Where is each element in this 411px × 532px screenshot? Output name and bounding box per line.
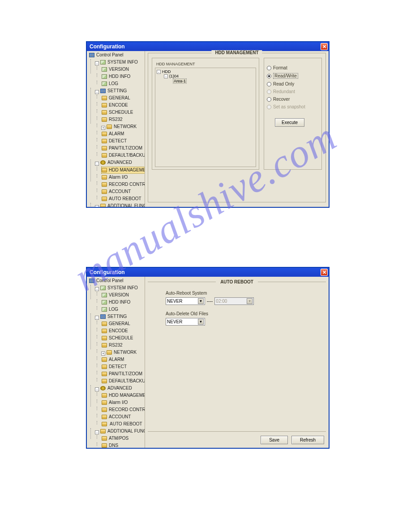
expander-icon[interactable]: + [101, 126, 105, 130]
execute-button[interactable]: Execute [275, 118, 304, 127]
tree-alarm[interactable]: ALARM [101, 356, 124, 363]
expander-icon[interactable]: - [95, 430, 99, 434]
dash-separator: ---- [207, 299, 213, 304]
radio-icon [267, 66, 271, 70]
tree-detect[interactable]: DETECT [101, 364, 127, 370]
hdd-disk[interactable]: (1)04 [169, 74, 179, 78]
expander-icon[interactable]: - [95, 162, 99, 166]
tree-network[interactable]: NETWORK [106, 349, 137, 356]
tree-version[interactable]: VERSION [101, 66, 129, 73]
folder-icon [100, 429, 106, 433]
save-button[interactable]: Save [261, 436, 288, 444]
folder-icon [102, 365, 107, 369]
tree-detect[interactable]: DETECT [101, 138, 127, 144]
tree-network[interactable]: NETWORK [106, 124, 137, 130]
tree-advanced[interactable]: ADVANCED [100, 385, 133, 391]
radio-snapshot: Set as snapshot [267, 104, 319, 109]
radio-recover[interactable]: Recover [267, 97, 319, 102]
tree-additional[interactable]: ADDTIONAL FUNCTION [100, 203, 145, 207]
tree-rs232[interactable]: RS232 [101, 342, 123, 348]
chevron-down-icon: ▼ [198, 298, 204, 304]
edit-icon [100, 60, 106, 64]
tree-dns[interactable]: DNS [101, 442, 119, 448]
tree-ptz[interactable]: PAN/TILT/ZOOM [101, 145, 143, 151]
tree-record-control[interactable]: RECORD CONTROL [101, 181, 145, 188]
expander-icon[interactable]: - [157, 70, 161, 74]
tree-additional[interactable]: ADDTIONAL FUNCTION [100, 428, 145, 434]
hdd-tree[interactable]: -HDD -(1)04 Area-1 [155, 68, 256, 167]
folder-icon [102, 139, 107, 143]
panel-title: AUTO REBOOT [216, 279, 258, 284]
tree-hdd-info[interactable]: HDD INFO [101, 299, 131, 305]
tree-advanced[interactable]: ADVANCED [100, 159, 133, 166]
tree-log[interactable]: LOG [101, 306, 119, 313]
tree-hdd-management[interactable]: HDD MANAGEMENT [101, 392, 145, 399]
tree-encode[interactable]: ENCODE [101, 102, 128, 108]
folder-icon [102, 393, 107, 398]
refresh-button[interactable]: Refresh [291, 436, 324, 444]
tree-account[interactable]: ACCOUNT [101, 189, 131, 195]
edit-icon [102, 82, 107, 86]
auto-delete-select[interactable]: NEVER ▼ [166, 318, 205, 326]
tree-default-backup[interactable]: DEFAULT/BACKUP [101, 378, 145, 384]
tree-general[interactable]: GENERAL [101, 95, 131, 101]
tree-default-backup[interactable]: DEFAULT/BACKUP [101, 152, 145, 159]
close-button[interactable]: ✕ [321, 43, 328, 50]
folder-icon [102, 153, 107, 158]
tree-alarm-io[interactable]: Alarm I/O [101, 399, 128, 406]
radio-format[interactable]: Format [267, 65, 319, 70]
tree-auto-reboot[interactable]: AUTO REBOOT [101, 421, 144, 427]
radio-icon [267, 105, 271, 109]
expander-icon[interactable]: - [95, 61, 99, 65]
hdd-area[interactable]: Area-1 [173, 78, 187, 84]
close-icon: ✕ [322, 44, 326, 50]
tree-hdd-info[interactable]: HDD INFO [101, 73, 131, 80]
tree-record-control[interactable]: RECORD CONTROL [101, 407, 145, 413]
gear-icon [100, 386, 106, 390]
tree-atm-pos[interactable]: ATM/POS [101, 435, 129, 442]
close-icon: ✕ [322, 270, 326, 275]
expander-icon[interactable]: - [95, 90, 99, 94]
tree-root[interactable]: Control Panel [89, 52, 124, 58]
tree-alarm[interactable]: ALARM [101, 131, 124, 137]
tree-schedule[interactable]: SCHEDULE [101, 335, 133, 341]
folder-icon [102, 182, 107, 187]
tree-system-info[interactable]: SYSTEM INFO [100, 59, 138, 65]
tree-account[interactable]: ACCOUNT [101, 414, 131, 420]
button-bar: Save Refresh [261, 436, 324, 444]
close-button[interactable]: ✕ [321, 269, 328, 276]
tree-ptz[interactable]: PAN/TILT/ZOOM [101, 371, 143, 377]
tree-rs232[interactable]: RS232 [101, 116, 123, 123]
panel-fieldset: HDD MANAGEMENT HDD MANAGEMENT -HDD -(1)0… [148, 53, 326, 202]
folder-icon [102, 103, 107, 107]
radio-read-only[interactable]: Read Only [267, 82, 319, 86]
auto-delete-label: Auto-Delete Old Files [166, 311, 326, 316]
tree-schedule[interactable]: SCHEDULE [101, 109, 133, 116]
tree-auto-reboot[interactable]: AUTO REBOOT [101, 196, 142, 202]
hdd-root[interactable]: HDD [162, 69, 171, 74]
tree-hdd-management[interactable]: HDD MANAGEMENT [101, 167, 145, 174]
expander-icon[interactable]: - [164, 74, 168, 78]
tree-log[interactable]: LOG [101, 81, 119, 87]
tree-system-info[interactable]: SYSTEM INFO [100, 285, 138, 291]
tree-general[interactable]: GENERAL [101, 321, 131, 327]
auto-reboot-select[interactable]: NEVER ▼ [166, 297, 205, 305]
expander-icon[interactable]: + [101, 352, 105, 356]
folder-icon [102, 422, 107, 426]
config-window-reboot: Configuration ✕ Control Panel -SYSTEM IN… [86, 267, 330, 449]
expander-icon[interactable]: - [95, 287, 99, 291]
radio-read-write[interactable]: Read/Write [267, 73, 319, 79]
chevron-down-icon: ▼ [198, 319, 204, 325]
tree-encode[interactable]: ENCODE [101, 328, 128, 334]
grid-icon [100, 314, 106, 319]
expander-icon[interactable]: - [95, 205, 99, 207]
expander-icon[interactable]: - [95, 316, 99, 320]
tree-root[interactable]: Control Panel [89, 278, 124, 284]
auto-delete-group: Auto-Delete Old Files NEVER ▼ [166, 311, 326, 326]
tree-version[interactable]: VERSION [101, 292, 129, 298]
tree-setting[interactable]: SETTING [100, 313, 127, 320]
tree-alarm-io[interactable]: Alarm I/O [101, 174, 128, 180]
folder-icon [107, 124, 112, 129]
tree-setting[interactable]: SETTING [100, 88, 127, 94]
expander-icon[interactable]: - [95, 387, 99, 391]
